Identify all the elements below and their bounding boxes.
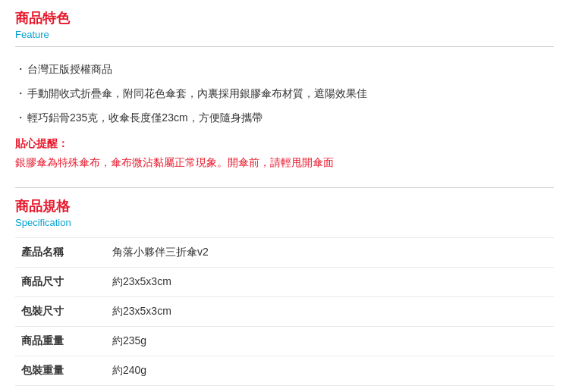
table-row: 包裝重量約240g [15, 356, 554, 386]
feature-header: 商品特色 Feature [15, 0, 554, 47]
feature-title-en: Feature [15, 29, 554, 40]
spec-value-2: 約23x5x3cm [106, 297, 554, 327]
spec-label-1: 商品尺寸 [15, 268, 106, 297]
spec-title-en: Specification [15, 217, 554, 228]
spec-label-0: 產品名稱 [15, 238, 106, 268]
spec-label-3: 商品重量 [15, 327, 106, 356]
spec-value-5: 塑膠、鐵 [106, 386, 554, 392]
page-container: 商品特色 Feature 台灣正版授權商品 手動開收式折疊傘，附同花色傘套，內裏… [0, 0, 569, 392]
spec-table: 產品名稱角落小夥伴三折傘v2商品尺寸約23x5x3cm包裝尺寸約23x5x3cm… [15, 237, 554, 392]
spec-header: 商品規格 Specification [15, 188, 554, 234]
feature-item-1: 台灣正版授權商品 [15, 58, 554, 82]
spec-label-5: 材質 [15, 386, 106, 392]
spec-title-cn: 商品規格 [15, 197, 554, 215]
spec-value-4: 約240g [106, 356, 554, 386]
spec-value-3: 約235g [106, 327, 554, 356]
table-row: 產品名稱角落小夥伴三折傘v2 [15, 238, 554, 268]
feature-content: 台灣正版授權商品 手動開收式折疊傘，附同花色傘套，內裏採用銀膠傘布材質，遮陽效果… [15, 47, 554, 187]
table-row: 商品尺寸約23x5x3cm [15, 268, 554, 297]
feature-title-cn: 商品特色 [15, 9, 554, 27]
feature-item-3: 輕巧鋁骨235克，收傘長度僅23cm，方便隨身攜帶 [15, 106, 554, 130]
specification-section: 商品規格 Specification 產品名稱角落小夥伴三折傘v2商品尺寸約23… [0, 188, 569, 392]
spec-label-4: 包裝重量 [15, 356, 106, 386]
spec-label-2: 包裝尺寸 [15, 297, 106, 327]
feature-item-2: 手動開收式折疊傘，附同花色傘套，內裏採用銀膠傘布材質，遮陽效果佳 [15, 82, 554, 106]
notice-text: 銀膠傘為特殊傘布，傘布微沾黏屬正常現象。開傘前，請輕甩開傘面 [15, 154, 554, 181]
feature-section: 商品特色 Feature 台灣正版授權商品 手動開收式折疊傘，附同花色傘套，內裏… [0, 0, 569, 187]
table-row: 包裝尺寸約23x5x3cm [15, 297, 554, 327]
table-row: 商品重量約235g [15, 327, 554, 356]
table-row: 材質塑膠、鐵 [15, 386, 554, 392]
notice-label: 貼心提醒： [15, 137, 554, 151]
spec-value-0: 角落小夥伴三折傘v2 [106, 238, 554, 268]
spec-value-1: 約23x5x3cm [106, 268, 554, 297]
